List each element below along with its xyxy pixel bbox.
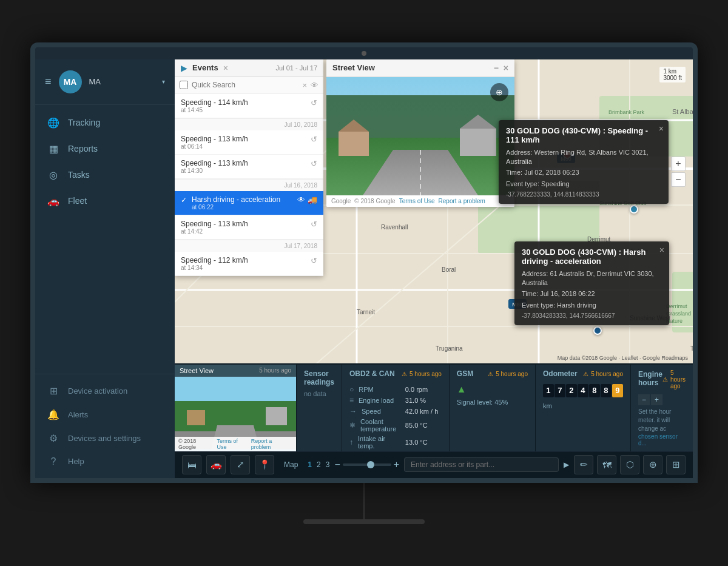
engine-minus-button[interactable]: − <box>638 394 650 405</box>
date-separator: Jul 17, 2018 <box>175 240 323 252</box>
svg-text:Grassland: Grassland <box>666 311 691 317</box>
gsm-signal-level: Signal level: 45% <box>457 399 528 406</box>
address-search-input[interactable] <box>404 457 559 472</box>
zoom-out-button[interactable]: − <box>671 172 686 187</box>
sv-thumb-footer: © 2018 Google Terms of Use Report a prob… <box>175 437 296 451</box>
zoom-slider-control[interactable]: − + <box>334 459 399 470</box>
svg-text:Truganina: Truganina <box>436 345 463 352</box>
export-icon-button[interactable]: ⊞ <box>666 455 686 474</box>
sidebar-item-tasks[interactable]: ◎ Tasks <box>35 162 175 188</box>
eye-icon[interactable]: 👁 <box>297 195 305 204</box>
camera-dot <box>362 51 366 56</box>
map-pin-harsh[interactable] <box>593 326 602 335</box>
map-page-3[interactable]: 3 <box>326 460 330 469</box>
map-label: Map <box>279 460 303 469</box>
sidebar-item-reports[interactable]: ▦ Reports <box>35 136 175 162</box>
sidebar-label-tracking: Tracking <box>68 118 100 127</box>
sidebar-item-alerts[interactable]: 🔔 Alerts <box>35 403 175 426</box>
minimize-icon[interactable]: − <box>494 63 499 73</box>
sidebar-nav: 🌐 Tracking ▦ Reports ◎ Tasks 🚗 Fleet <box>35 105 175 374</box>
compass-icon[interactable]: ⊕ <box>490 83 508 101</box>
pin-icon-button[interactable]: 📍 <box>255 455 274 474</box>
close-street-view-button[interactable]: × <box>504 63 508 73</box>
sv-footer-report[interactable]: Report a problem <box>251 438 292 450</box>
engine-description: Set the hour meter. it will change ac <box>638 408 686 433</box>
sidebar-item-fleet[interactable]: 🚗 Fleet <box>35 188 175 214</box>
engine-controls: − + <box>638 394 686 405</box>
draw-icon-button[interactable]: ✏ <box>574 455 593 474</box>
sensor-row-engine-load: ≡ Engine load 31.0 % <box>349 395 442 406</box>
zoom-minus-icon[interactable]: − <box>334 459 340 470</box>
list-item[interactable]: Speeding - 113 km/h at 14:42 ↺ <box>175 215 323 240</box>
engine-sensor-link[interactable]: chosen sensor d... <box>638 433 686 446</box>
engine-plus-button[interactable]: + <box>651 394 662 405</box>
truck-icon[interactable]: 🚚 <box>308 195 317 204</box>
map-area[interactable]: M80 M80 St Albans Kealba Sunshine Sunshi… <box>175 59 693 363</box>
odo-title: Odometer <box>543 369 578 378</box>
popup-speeding-event-type: Event type: Speeding <box>506 180 661 189</box>
zoom-slider[interactable] <box>343 463 391 466</box>
odo-digit-1: 1 <box>543 384 554 397</box>
list-item[interactable]: ✓ Harsh driving - acceleration at 06:22 … <box>175 191 323 215</box>
popup-speeding-title: 30 GOLD DOG (430-CVM) : Speeding - 111 k… <box>506 126 661 144</box>
sidebar-bottom: ⊞ Device activation 🔔 Alerts ⚙ Devices a… <box>35 374 175 478</box>
share-icon-button[interactable]: ⤢ <box>231 455 250 474</box>
engine-title: Engine hours <box>638 370 662 387</box>
sensor-row-coolant: ❄ Coolant temperature 85.0 °C <box>349 417 442 434</box>
hamburger-icon[interactable]: ≡ <box>45 75 52 88</box>
rpm-icon: ○ <box>349 385 354 394</box>
popup-speeding-address: Address: Western Ring Rd, St Albans VIC … <box>506 148 661 167</box>
list-item[interactable]: Speeding - 114 km/h at 14:45 ↺ <box>175 94 323 118</box>
sidebar-item-device-activation[interactable]: ⊞ Device activation <box>35 379 175 403</box>
sidebar-item-devices-settings[interactable]: ⚙ Devices and settings <box>35 426 175 450</box>
list-item[interactable]: Speeding - 113 km/h at 14:30 ↺ <box>175 155 323 179</box>
bed-icon-button[interactable]: 🛏 <box>182 455 201 474</box>
svg-rect-51 <box>187 410 205 425</box>
address-search-button[interactable]: ▶ <box>564 460 569 469</box>
device-activation-icon: ⊞ <box>47 385 59 397</box>
events-date-range: Jul 01 - Jul 17 <box>276 64 317 72</box>
street-view-controls: − × <box>494 63 508 73</box>
search-clear-icon[interactable]: × <box>302 81 307 90</box>
events-search-input[interactable] <box>192 81 298 89</box>
polygon-icon-button[interactable]: ⬡ <box>620 455 639 474</box>
monitor-stand-base <box>303 519 425 524</box>
sidebar-item-help[interactable]: ? Help <box>35 450 175 473</box>
app-container: ≡ MA MA ▾ 🌐 Tracking ▦ Reports ◎ <box>35 59 693 478</box>
engine-warning-icon: ⚠ <box>662 376 668 383</box>
car-icon-button[interactable]: 🚗 <box>206 455 226 474</box>
google-logo-text: Google <box>331 198 351 204</box>
search-eye-icon[interactable]: 👁 <box>311 81 318 90</box>
gsm-signal-bar-icon: ▲ <box>457 384 467 395</box>
list-item[interactable]: Speeding - 113 km/h at 06:14 ↺ <box>175 130 323 155</box>
terms-link[interactable]: Terms of Use <box>399 198 435 204</box>
odo-digit-5: 8 <box>589 384 600 397</box>
map-pin-area1[interactable] <box>630 205 638 214</box>
zoom-in-button[interactable]: + <box>671 157 686 171</box>
zoom-plus-icon[interactable]: + <box>394 459 399 470</box>
dropdown-arrow-icon[interactable]: ▾ <box>162 78 165 85</box>
sv-footer-terms[interactable]: Terms of Use <box>217 438 249 450</box>
sidebar-item-tracking[interactable]: 🌐 Tracking <box>35 110 175 136</box>
zoom-slider-thumb[interactable] <box>367 461 374 468</box>
warning-icon: ⚠ <box>402 371 407 377</box>
events-close-button[interactable]: × <box>223 63 228 73</box>
map-page-1[interactable]: 1 <box>308 460 312 469</box>
map-type-button[interactable]: 🗺 <box>597 455 616 474</box>
sidebar: ≡ MA MA ▾ 🌐 Tracking ▦ Reports ◎ <box>35 59 175 478</box>
svg-text:Brimbank Park: Brimbank Park <box>608 109 645 115</box>
sensor-panel-subtitle: no data <box>304 390 334 397</box>
events-select-all-checkbox[interactable] <box>180 81 188 89</box>
report-link[interactable]: Report a problem <box>439 198 485 204</box>
map-zoom-controls: + − <box>671 157 686 187</box>
list-item[interactable]: Speeding - 112 km/h at 14:34 ↺ <box>175 252 323 276</box>
monitor-stand-neck <box>363 483 365 519</box>
speed-icon: → <box>349 407 357 416</box>
layers-icon-button[interactable]: ⊕ <box>643 455 662 474</box>
popup-harsh-close-button[interactable]: × <box>659 245 664 255</box>
popup-speeding-close-button[interactable]: × <box>659 124 664 133</box>
map-page-2[interactable]: 2 <box>317 460 321 469</box>
bottom-toolbar: 🛏 🚗 ⤢ 📍 Map 1 2 3 − + <box>175 451 693 478</box>
gsm-alert: ⚠ 5 hours ago <box>488 371 528 377</box>
sidebar-label-devices-settings: Devices and settings <box>68 434 141 443</box>
